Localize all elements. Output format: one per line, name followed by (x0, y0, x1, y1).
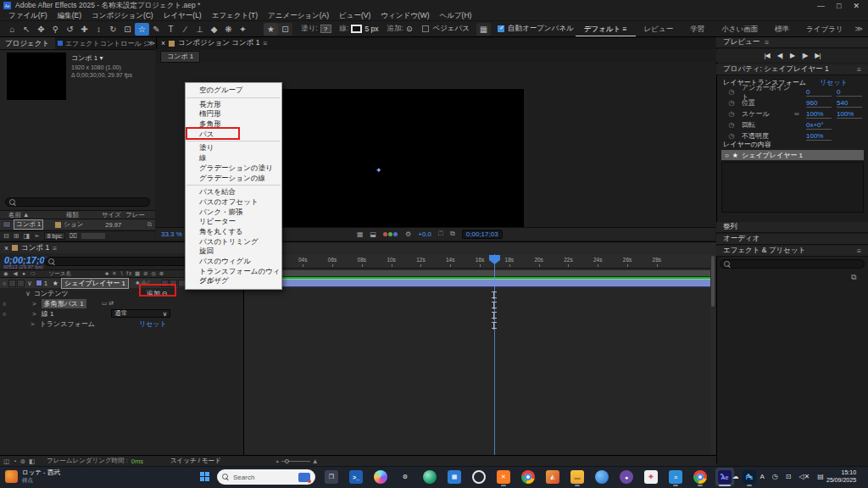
home-tool[interactable]: ⌂ (5, 23, 19, 36)
menu-item-リピーター[interactable]: リピーター (186, 217, 281, 227)
color-settings-icon[interactable]: ◨ (23, 232, 30, 240)
property-value[interactable]: 0 (837, 88, 862, 97)
tab-effect-controls[interactable]: エフェクトコントロール シェイプレイヤ (65, 39, 147, 48)
minimize-button[interactable]: — (817, 2, 825, 10)
taskbar-app-photos[interactable]: ◭ (543, 468, 562, 486)
menu-item-1[interactable]: 編集(E) (53, 11, 86, 21)
work-area-bar[interactable] (243, 269, 710, 277)
menu-item-グラデーションの線[interactable]: グラデーションの線 (186, 174, 281, 184)
clock-icon[interactable]: ◷ (772, 473, 778, 480)
expand-arrow-icon[interactable]: ∨ (25, 290, 31, 297)
stopwatch-icon[interactable]: ◷ (726, 132, 737, 140)
menu-item-0[interactable]: ファイル(F) (3, 11, 53, 21)
pen-tool[interactable]: ✎ (149, 23, 164, 36)
taskbar-app-file-explorer[interactable]: ▬ (568, 468, 587, 486)
menu-item-8[interactable]: ヘルプ(H) (435, 11, 477, 21)
grid-options-button[interactable]: ▦ (476, 23, 491, 36)
taskbar-app-globe[interactable] (420, 468, 439, 486)
menu-item-ジグザグ[interactable]: ジグザグ (186, 276, 281, 286)
fill-color-swatch[interactable]: ? (320, 25, 331, 33)
menu-item-塗り[interactable]: 塗り (186, 143, 281, 153)
transform-row[interactable]: > トランスフォーム リセット (0, 319, 243, 329)
taskbar-app-chrome[interactable] (519, 468, 537, 486)
blend-mode-dropdown[interactable]: 通常∨ (111, 309, 170, 318)
solo-switch[interactable] (17, 280, 25, 287)
polygon-path-name[interactable]: 多角形パス 1 (42, 299, 86, 308)
last-frame-button[interactable]: ▶| (815, 52, 820, 59)
brush-tool[interactable]: ∕ (178, 23, 192, 36)
taskbar-app-obs[interactable] (470, 468, 488, 486)
stroke-name[interactable]: 線 1 (42, 309, 54, 319)
menu-item-トランスフォームのウィグル[interactable]: トランスフォームのウィグル (186, 267, 281, 277)
anchor-point-icon[interactable]: ✦ (376, 166, 382, 175)
layer-duration-bar[interactable] (243, 279, 710, 287)
eraser-tool[interactable]: ◆ (207, 23, 221, 36)
comp-panel-menu-icon[interactable]: ≡ (263, 39, 267, 47)
pen-icon[interactable]: ✎ (747, 473, 753, 480)
menu-item-2[interactable]: コンポジション(C) (86, 11, 159, 21)
taskbar-app-terminal[interactable]: >_ (347, 468, 365, 486)
menu-item-旋回[interactable]: 旋回 (186, 247, 281, 257)
align-panel-header[interactable]: 整列 (716, 222, 868, 233)
rotation-tool[interactable]: ↻ (106, 23, 120, 36)
workspace-tab-レビュー[interactable]: レビュー (636, 22, 682, 36)
menu-item-グラデーションの塗り[interactable]: グラデーションの塗り (186, 164, 281, 174)
stroke-width-value[interactable]: 5 px (364, 25, 378, 33)
menu-item-5[interactable]: アニメーション(A) (263, 11, 334, 21)
comp-tab-close-icon[interactable]: × (161, 39, 165, 47)
zoom-in-mountain-icon[interactable]: ▲ (312, 458, 319, 465)
column-frame[interactable]: フレー (125, 211, 145, 219)
menu-item-7[interactable]: ウィンドウ(W) (376, 11, 434, 21)
taskbar-app-settings[interactable]: ⚙ (396, 468, 415, 486)
eye-icon[interactable]: ○ (725, 152, 729, 159)
region-of-interest-icon[interactable]: ⬓ (370, 230, 376, 238)
comp-timecode[interactable]: 0;00;17;03 (462, 230, 503, 239)
menu-item-6[interactable]: ビュー(V) (334, 11, 376, 21)
property-value[interactable]: 0x+0° (806, 121, 832, 130)
transform-reset-link[interactable]: リセット (820, 79, 848, 86)
workspace-tab-標準[interactable]: 標準 (766, 22, 798, 36)
taskbar-app-task-view[interactable]: ❐ (322, 468, 341, 486)
eye-icon[interactable]: ○ (0, 280, 8, 286)
column-name[interactable]: 名前 ▲ (0, 211, 66, 219)
audio-switch[interactable] (8, 280, 16, 287)
stopwatch-icon[interactable]: ◷ (726, 99, 737, 107)
timeline-tab-close-icon[interactable]: × (4, 244, 8, 252)
property-value[interactable]: 100% (806, 132, 832, 141)
stopwatch-icon[interactable]: ◷ (726, 88, 737, 96)
workspace-tab-学習[interactable]: 学習 (682, 22, 713, 36)
timeline-zoom-slider[interactable]: ▲ ▲ (275, 458, 319, 465)
interpret-footage-icon[interactable]: ⊟ (3, 232, 9, 240)
properties-panel-header[interactable]: プロパティ: シェイプレイヤー 1≡ (716, 64, 868, 75)
layer-name[interactable]: シェイプレイヤー 1 (61, 278, 129, 289)
menu-item-角を丸くする[interactable]: 角を丸くする (186, 227, 281, 237)
switch-mode-button[interactable]: スイッチ / モード (170, 457, 221, 465)
property-value[interactable]: 0 (806, 88, 832, 97)
snapshot-camera-icon[interactable]: ⏍ (438, 230, 443, 238)
composition-frame[interactable] (280, 89, 524, 227)
hand-tool[interactable]: ✥ (34, 23, 48, 36)
time-ruler[interactable]: 04s06s08s10s12s14s16s18s20s22s24s26s28s (243, 254, 710, 269)
comp-info-name[interactable]: コンポ 1 (71, 54, 97, 62)
hide-shy-icon[interactable]: ⊚ (20, 458, 25, 465)
property-value[interactable]: 100% (806, 110, 832, 119)
bezier-path-checkbox[interactable] (422, 25, 429, 32)
contents-label[interactable]: コンテンツ (34, 289, 69, 298)
clone-stamp-tool[interactable]: ⊥ (192, 23, 207, 36)
polygon-path-row[interactable]: ○ > 多角形パス 1 ▭ ⇄ (0, 298, 243, 308)
show-snapshot-icon[interactable]: ⧉ (450, 230, 455, 238)
menu-item-パスのトリミング[interactable]: パスのトリミング (186, 237, 281, 247)
shape-tool[interactable]: ☆ (135, 23, 149, 36)
zoom-slider-knob[interactable] (285, 459, 289, 463)
properties-menu-icon[interactable]: ≡ (857, 65, 861, 74)
timeline-menu-icon[interactable]: ≡ (53, 244, 57, 252)
play-button[interactable]: ▶ (790, 52, 794, 59)
pan-camera-tool[interactable]: ✚ (77, 23, 92, 36)
stopwatch-icon[interactable]: ◷ (726, 110, 737, 118)
timeline-scrollbar-thumb[interactable] (711, 256, 715, 307)
auto-open-panel-checkbox[interactable] (498, 25, 504, 32)
effects-list-icon[interactable]: ⧉ (851, 273, 856, 282)
folder-tray-icon[interactable]: ▤ (817, 473, 824, 480)
composition-panel-title[interactable]: コンポジション コンポ 1 (178, 38, 259, 48)
label-color-swatch[interactable] (36, 280, 42, 286)
